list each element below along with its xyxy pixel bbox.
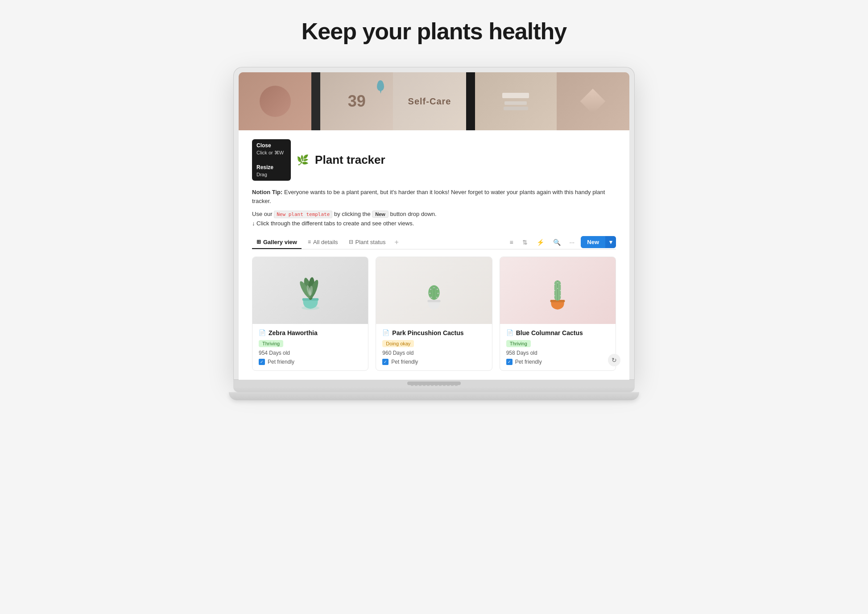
card-title-row-3: 📄 Blue Columnar Cactus	[506, 329, 609, 336]
card-petfriendly-2: ✓ Pet friendly	[382, 359, 485, 365]
card-body-1: 📄 Zebra Haworthia Thriving 954 Days old …	[252, 324, 368, 370]
page-header-row: Close Click or ⌘W Resize Drag 🌿 Plant tr…	[252, 139, 616, 181]
tab-all-details-label: All details	[313, 239, 338, 245]
banner-number: 39	[348, 92, 366, 111]
card-tag-3: Thriving	[506, 340, 531, 347]
doc-icon-1: 📄	[259, 329, 266, 336]
checkbox-icon-2: ✓	[382, 359, 389, 365]
card-days-3: 958 Days old	[506, 350, 609, 356]
checkbox-icon-1: ✓	[259, 359, 265, 365]
svg-point-25	[554, 284, 555, 285]
content-area: Close Click or ⌘W Resize Drag 🌿 Plant tr…	[239, 130, 629, 380]
notion-tip: Notion Tip: Everyone wants to be a plant…	[252, 188, 616, 205]
laptop-mockup: 39 Self-Care	[233, 67, 635, 400]
tab-gallery-view[interactable]: ⊞ Gallery view	[252, 236, 302, 249]
plant-card-3[interactable]: 📄 Blue Columnar Cactus Thriving 958 Days…	[500, 257, 616, 371]
search-button[interactable]: 🔍	[550, 237, 563, 248]
svg-point-26	[557, 282, 558, 283]
keyboard-dot	[411, 383, 413, 386]
banner-selfcare: Self-Care	[408, 96, 451, 107]
svg-point-28	[554, 290, 555, 291]
laptop-body	[233, 380, 635, 392]
tabs-left: ⊞ Gallery view ≡ All details ⊟ Plant sta…	[252, 236, 401, 249]
instruction-text: Use our New plant template by clicking t…	[252, 210, 616, 228]
new-button[interactable]: New ▾	[581, 236, 616, 248]
tab-all-details[interactable]: ≡ All details	[303, 236, 343, 249]
plant-image-1	[252, 257, 368, 324]
card-petfriendly-3: ✓ Pet friendly	[506, 359, 609, 365]
add-view-button[interactable]: +	[392, 236, 401, 249]
notion-tip-label: Notion Tip:	[252, 189, 282, 195]
keyboard-dot	[439, 383, 442, 386]
banner-divider2	[466, 72, 475, 130]
card-title-row-2: 📄 Park Pincushion Cactus	[382, 329, 485, 336]
tab-plant-status[interactable]: ⊟ Plant status	[344, 236, 390, 249]
keyboard-dot	[423, 383, 426, 386]
new-button-arrow[interactable]: ▾	[605, 236, 616, 248]
plant-card-2[interactable]: 📄 Park Pincushion Cactus Doing okay 960 …	[376, 257, 492, 371]
banner-divider1	[311, 72, 320, 130]
lightning-button[interactable]: ⚡	[534, 237, 547, 248]
inline-code-template: New plant template	[274, 211, 332, 218]
gallery-grid: 📄 Zebra Haworthia Thriving 954 Days old …	[252, 257, 616, 371]
card-days-1: 954 Days old	[259, 350, 362, 356]
main-title: Keep your plants healthy	[302, 18, 566, 45]
doc-icon-2: 📄	[382, 329, 389, 336]
card-body-3: 📄 Blue Columnar Cactus Thriving 958 Days…	[500, 324, 616, 370]
instruction-end: button drop down.	[390, 211, 437, 217]
keyboard-dot	[451, 383, 454, 386]
plant-status-icon: ⊟	[349, 239, 353, 245]
plant-illustration-2	[416, 268, 452, 313]
card-title-3: Blue Columnar Cactus	[516, 329, 583, 336]
keyboard-dot	[419, 383, 422, 386]
banner-pin	[377, 80, 384, 91]
keyboard-dot	[443, 383, 446, 386]
card-tag-2: Doing okay	[382, 340, 414, 347]
banner-seg6	[475, 72, 557, 130]
svg-point-32	[560, 295, 561, 296]
svg-rect-8	[427, 300, 440, 302]
more-button[interactable]: ···	[567, 237, 578, 248]
inline-badge-new: New	[372, 211, 389, 218]
pet-friendly-label-2: Pet friendly	[391, 359, 418, 365]
page-icon: 🌿	[294, 152, 310, 168]
screen-outer: 39 Self-Care	[233, 67, 635, 380]
keyboard-dots	[233, 380, 635, 388]
search-icon: 🔍	[553, 239, 561, 246]
header-banner: 39 Self-Care	[239, 72, 629, 130]
page-title: Plant tracker	[315, 153, 385, 167]
plant-illustration-3	[540, 268, 575, 313]
lightning-icon: ⚡	[537, 239, 544, 246]
tab-plant-status-label: Plant status	[355, 239, 386, 245]
card-days-2: 960 Days old	[382, 350, 485, 356]
svg-point-14	[438, 293, 439, 294]
all-details-icon: ≡	[308, 239, 311, 245]
card-title-row-1: 📄 Zebra Haworthia	[259, 329, 362, 336]
svg-point-27	[560, 284, 561, 285]
sort-button[interactable]: ⇅	[520, 237, 530, 248]
card-petfriendly-1: ✓ Pet friendly	[259, 359, 362, 365]
sort-icon: ⇅	[522, 239, 528, 246]
new-button-label: New	[581, 236, 605, 248]
instruction-line2: ↓ Click through the different tabs to cr…	[252, 220, 414, 227]
svg-point-13	[430, 293, 431, 294]
keyboard-dot	[435, 383, 438, 386]
card-title-1: Zebra Haworthia	[269, 329, 318, 336]
tooltip-resize-action: Drag	[256, 171, 267, 178]
keyboard-dot	[447, 383, 450, 386]
svg-point-30	[557, 288, 558, 289]
banner-seg4: Self-Care	[393, 72, 466, 130]
keyboard-dot	[431, 383, 434, 386]
svg-point-31	[554, 295, 555, 296]
filter-button[interactable]: ≡	[507, 237, 516, 248]
checkbox-icon-3: ✓	[506, 359, 513, 365]
plant-illustration-1	[293, 268, 328, 313]
card-body-2: 📄 Park Pincushion Cactus Doing okay 960 …	[376, 324, 492, 370]
plant-card-1[interactable]: 📄 Zebra Haworthia Thriving 954 Days old …	[252, 257, 368, 371]
filter-icon: ≡	[509, 239, 513, 246]
tab-gallery-label: Gallery view	[263, 239, 297, 245]
laptop-base	[229, 392, 639, 400]
instruction-pre: Use our	[252, 211, 273, 217]
scroll-indicator[interactable]: ↻	[608, 354, 620, 366]
banner-seg3: 39	[320, 72, 393, 130]
